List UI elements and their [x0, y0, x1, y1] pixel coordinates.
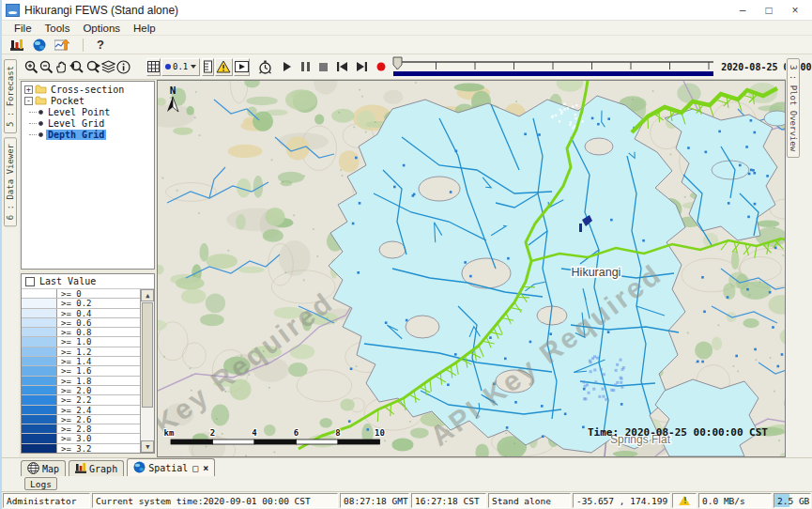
vegetation-speckle: [199, 134, 201, 136]
gauge-dot: [750, 169, 753, 172]
pause-button[interactable]: [301, 58, 310, 75]
scroll-up-icon[interactable]: ▲: [141, 289, 154, 301]
gauge-dot: [746, 146, 749, 148]
soil-patch: [228, 145, 263, 158]
vegetation-patch: [207, 254, 237, 269]
vegetation-patch: [173, 127, 192, 134]
tab-map[interactable]: Map: [21, 460, 66, 476]
vegetation-speckle: [206, 446, 207, 448]
info-icon[interactable]: [116, 58, 130, 76]
globe-icon[interactable]: [30, 38, 49, 53]
menu-file[interactable]: File: [8, 23, 38, 34]
time-slider[interactable]: [391, 56, 715, 77]
gauge-dot: [352, 223, 355, 225]
gauge-dot: [350, 367, 353, 370]
shallow-cell: [575, 104, 577, 106]
status-warning-cell[interactable]: [672, 493, 697, 508]
vegetation-speckle: [733, 365, 735, 367]
scale-bar-segment: [213, 440, 255, 444]
legend-row: >= 1.8: [22, 377, 140, 386]
pan-hand-icon[interactable]: [54, 58, 69, 76]
legend-threshold-label: >= 3.0: [57, 434, 92, 442]
tab-graph[interactable]: Graph: [69, 460, 124, 476]
zoom-in-icon[interactable]: [24, 58, 38, 76]
menu-tools[interactable]: Tools: [38, 23, 77, 34]
vegetation-speckle: [632, 99, 634, 100]
skip-end-button[interactable]: [357, 58, 367, 75]
menu-options[interactable]: Options: [76, 23, 127, 34]
gauge-dot: [597, 123, 600, 126]
globe-wireframe-icon: [27, 462, 39, 476]
panel-tab-data-viewer[interactable]: 6 : Data Viewer: [4, 137, 17, 226]
tab-close-icon[interactable]: ×: [203, 463, 208, 473]
tree-item-cross-section[interactable]: +Cross-section: [22, 84, 154, 95]
logs-tab[interactable]: Logs: [24, 477, 57, 490]
timeline-thumb[interactable]: [393, 57, 402, 69]
animation-player-icon[interactable]: [234, 58, 250, 76]
gauge-dot: [489, 336, 492, 339]
tab-maximize-icon[interactable]: □: [192, 463, 198, 473]
vegetation-speckle: [194, 117, 196, 119]
timeseries-icon[interactable]: [53, 38, 71, 53]
tree-item-label[interactable]: Depth Grid: [46, 130, 106, 140]
tree-item-label[interactable]: Pocket: [49, 96, 86, 106]
timeline-period-bar: [393, 71, 713, 76]
gauge-dot: [583, 388, 586, 391]
legend-row: >= 0.6: [22, 318, 140, 328]
legend-color-swatch: [22, 415, 57, 424]
deep-water-cell: [616, 363, 619, 366]
zoom-previous-icon[interactable]: [69, 58, 84, 76]
panel-tab-forecast[interactable]: 5 : Forecast: [4, 59, 17, 133]
tree-item-label[interactable]: Cross-section: [49, 85, 126, 95]
tree-item-level-point[interactable]: Level Point: [22, 106, 154, 117]
panel-tab-plot-overview[interactable]: 3 : Plot Overview: [787, 58, 800, 158]
vegetation-speckle: [362, 96, 364, 98]
menu-help[interactable]: Help: [127, 23, 162, 34]
scale-tick-label: 10: [375, 428, 385, 438]
vegetation-speckle: [339, 112, 341, 114]
menu-bar: FileToolsOptionsHelp: [2, 21, 812, 36]
layers-icon[interactable]: [101, 58, 115, 76]
shallow-cell: [575, 114, 576, 116]
grid-icon[interactable]: [146, 58, 161, 76]
maximize-button[interactable]: □: [756, 1, 782, 20]
shallow-cell: [569, 124, 571, 126]
scale-unit-label: km: [164, 428, 175, 438]
tab-spatial[interactable]: Spatial□×: [127, 458, 215, 476]
map-label-town: Hikurangi: [572, 266, 621, 279]
vegetation-speckle: [409, 421, 411, 423]
tree-expander-icon[interactable]: +: [24, 85, 33, 94]
contour-interval-dropdown[interactable]: 0.1: [161, 58, 200, 76]
skip-start-button[interactable]: [337, 58, 347, 75]
warning-thresholds-dropdown[interactable]: [215, 58, 233, 76]
stop-button[interactable]: [319, 58, 328, 75]
tree-item-level-grid[interactable]: Level Grid: [22, 117, 154, 129]
timer-icon[interactable]: [258, 58, 272, 76]
scrollbar-thumb[interactable]: [142, 302, 153, 408]
record-button[interactable]: [376, 58, 386, 75]
status-download-speed: 0.0 MB/s: [698, 493, 772, 508]
close-button[interactable]: ×: [782, 1, 808, 20]
shallow-cell: [574, 125, 575, 127]
tree-expander-icon[interactable]: -: [24, 97, 33, 105]
minimize-button[interactable]: –: [729, 1, 756, 20]
tree-item-depth-grid[interactable]: Depth Grid: [22, 129, 154, 140]
deep-water-cell: [593, 388, 596, 391]
tree-item-label[interactable]: Level Grid: [46, 118, 106, 129]
explorer-icon[interactable]: [8, 38, 26, 53]
scroll-down-icon[interactable]: ▼: [141, 440, 154, 453]
zoom-next-icon[interactable]: [85, 58, 100, 76]
tree-item-label[interactable]: Level Point: [46, 107, 112, 117]
ruler-icon[interactable]: [202, 58, 214, 76]
play-button[interactable]: [283, 58, 292, 75]
island: [419, 177, 460, 201]
legend-threshold-label: >= 3.2: [57, 444, 92, 453]
legend-scrollbar[interactable]: ▲ ▼: [141, 289, 154, 453]
map-canvas[interactable]: API Key RequiredAPI Key Required N Hikur…: [157, 80, 786, 457]
tree-item-pocket[interactable]: -Pocket: [22, 95, 154, 106]
legend-row: >= 3.0: [22, 434, 140, 443]
zoom-out-icon[interactable]: [39, 58, 54, 76]
vegetation-speckle: [354, 127, 356, 129]
last-value-checkbox[interactable]: [25, 277, 35, 286]
help-button[interactable]: ?: [91, 38, 110, 53]
